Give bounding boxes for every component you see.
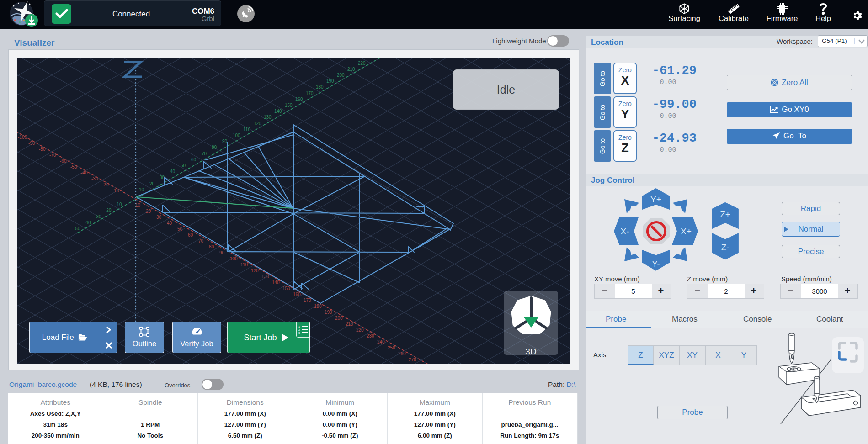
svg-text:60: 60 (191, 157, 197, 162)
svg-text:X-: X- (621, 227, 629, 236)
svg-text:3: 3 (298, 332, 300, 334)
svg-text:210: 210 (346, 322, 353, 327)
svg-text:40: 40 (167, 221, 172, 226)
svg-text:270: 270 (409, 357, 416, 362)
svg-text:130: 130 (264, 115, 272, 120)
svg-text:90: 90 (222, 139, 228, 144)
svg-text:90: 90 (219, 250, 225, 255)
svg-text:180: 180 (316, 85, 324, 90)
svg-text:100: 100 (230, 256, 238, 261)
svg-text:10: 10 (135, 203, 141, 208)
svg-text:Y+: Y+ (650, 195, 661, 204)
svg-text:50: 50 (181, 163, 186, 168)
svg-text:100: 100 (233, 133, 240, 138)
svg-text:-80: -80 (39, 147, 46, 152)
svg-text:230: 230 (367, 333, 374, 338)
svg-text:-10: -10 (112, 188, 119, 193)
svg-text:140: 140 (272, 280, 280, 285)
svg-text:-90: -90 (28, 141, 35, 146)
svg-text:220: 220 (356, 328, 364, 333)
svg-text:140: 140 (274, 109, 282, 114)
svg-text:170: 170 (306, 91, 314, 96)
svg-text:-70: -70 (49, 153, 56, 158)
svg-text:110: 110 (240, 262, 248, 267)
svg-text:180: 180 (314, 304, 322, 309)
svg-text:200: 200 (337, 73, 345, 78)
svg-text:190: 190 (326, 79, 334, 84)
svg-text:40: 40 (170, 169, 176, 174)
svg-text:240: 240 (377, 339, 385, 344)
svg-text:170: 170 (304, 298, 311, 303)
svg-text:2: 2 (298, 328, 300, 331)
svg-text:160: 160 (293, 292, 301, 297)
svg-text:60: 60 (188, 233, 193, 238)
svg-text:20: 20 (149, 181, 155, 186)
svg-text:-20: -20 (105, 208, 112, 213)
svg-text:190: 190 (325, 310, 332, 315)
svg-text:80: 80 (212, 145, 217, 150)
svg-text:20: 20 (146, 209, 151, 214)
svg-text:-60: -60 (60, 159, 67, 164)
svg-text:X+: X+ (681, 227, 692, 236)
svg-text:Z+: Z+ (720, 210, 730, 219)
svg-text:150: 150 (282, 286, 290, 291)
svg-text:-100: -100 (18, 135, 27, 140)
svg-text:120: 120 (254, 121, 261, 126)
svg-text:80: 80 (209, 244, 214, 249)
svg-text:200: 200 (335, 316, 343, 321)
svg-text:70: 70 (198, 238, 204, 243)
svg-text:Y-: Y- (652, 259, 660, 269)
svg-text:230: 230 (368, 58, 376, 59)
svg-text:70: 70 (202, 151, 207, 156)
svg-text:-40: -40 (81, 170, 88, 175)
svg-text:110: 110 (243, 127, 250, 132)
svg-text:30: 30 (156, 215, 162, 220)
svg-text:260: 260 (398, 351, 406, 356)
svg-text:120: 120 (251, 268, 259, 273)
svg-text:-40: -40 (84, 220, 91, 225)
svg-text:-50: -50 (70, 164, 77, 169)
svg-text:Z-: Z- (721, 243, 730, 252)
svg-text:30: 30 (160, 175, 165, 180)
svg-text:160: 160 (295, 97, 303, 102)
svg-text:210: 210 (347, 67, 355, 72)
svg-text:-50: -50 (74, 226, 80, 231)
svg-text:-30: -30 (95, 214, 101, 219)
svg-text:250: 250 (388, 345, 395, 350)
svg-text:150: 150 (285, 103, 293, 108)
svg-text:220: 220 (358, 61, 366, 66)
svg-text:130: 130 (261, 274, 269, 279)
svg-text:1: 1 (298, 325, 300, 328)
svg-text:-20: -20 (102, 182, 109, 187)
svg-text:10: 10 (139, 187, 144, 192)
svg-text:-30: -30 (91, 176, 98, 181)
svg-text:-10: -10 (115, 202, 122, 207)
svg-text:50: 50 (177, 227, 183, 232)
